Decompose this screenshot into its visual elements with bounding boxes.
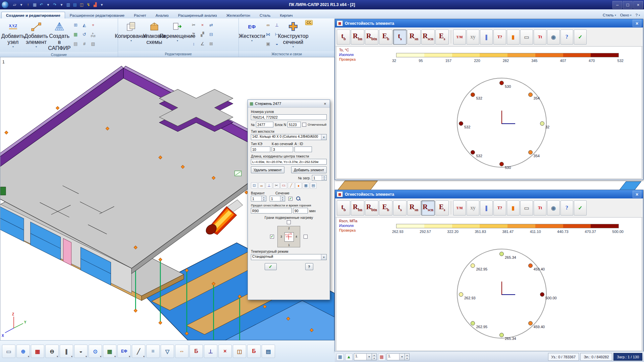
spinner-arrows[interactable]: ▴▾	[261, 196, 266, 201]
param-button[interactable]: Rbtn	[365, 29, 378, 45]
spin-button[interactable]: ⊙ ▾	[89, 345, 102, 358]
ribbon-tab[interactable]: Сталь	[255, 12, 275, 18]
snapshot-icon[interactable]: ◉	[547, 29, 560, 45]
hatch-icon[interactable]: ▧	[89, 39, 97, 48]
undo-icon[interactable]: ↶	[38, 1, 45, 8]
marquee-select-button[interactable]: ▭	[2, 345, 15, 358]
add-element-button[interactable]: Добавить элемент▾	[25, 20, 47, 49]
mesh-button[interactable]: ▦ ▾	[103, 345, 116, 358]
isolines-icon[interactable]: ∥	[480, 200, 493, 216]
load-num-stepper[interactable]: 1 ▴▾	[312, 175, 327, 181]
add-plate-icon[interactable]: +	[89, 20, 97, 29]
report-icon[interactable]: ▤	[310, 182, 317, 189]
face-right-checkbox[interactable]	[304, 235, 308, 239]
more-icon[interactable]: ▾	[99, 1, 105, 8]
fire-time-input[interactable]	[293, 208, 308, 214]
close-icon[interactable]: ×	[322, 101, 328, 106]
fire-window-titlebar[interactable]: ▦ Огнестойкость элемента ×	[335, 19, 643, 27]
menu-item[interactable]: Окно▾	[620, 13, 632, 17]
axes-gray-icon[interactable]: ху	[467, 200, 479, 216]
mirror-icon[interactable]: ▞	[198, 30, 207, 39]
fire-limit-input[interactable]	[251, 208, 292, 214]
param-button[interactable]: Rscn	[421, 29, 435, 45]
merge-icon[interactable]: ⊠	[207, 39, 215, 48]
variant-stepper[interactable]: 1 ▴▾	[251, 196, 266, 201]
titlebar[interactable]: ▱ ▾ ↑ ▦ ↶	[0, 0, 644, 9]
param-button[interactable]: ts	[393, 200, 407, 216]
load-case-icon[interactable]: ▦	[378, 353, 385, 361]
variant-combo-spinner[interactable]: ▴▾	[372, 353, 377, 360]
add-element-button[interactable]: Добавить элемент	[291, 166, 327, 173]
support-button[interactable]: ⊥	[204, 345, 217, 358]
delete-button[interactable]: ×	[218, 345, 232, 358]
grid-generate-icon[interactable]: #	[80, 39, 89, 48]
rebar-button[interactable]: Б	[247, 345, 261, 358]
chevron-down-icon[interactable]: ▾	[366, 354, 372, 360]
new-file-arrow-icon[interactable]: ▾	[18, 1, 24, 8]
param-button[interactable]: Rscn	[421, 200, 435, 216]
rotate-icon[interactable]: ↺	[80, 30, 89, 39]
add-node-button[interactable]: X,Y,Z Добавить узел▾	[2, 20, 24, 49]
redo-icon[interactable]: ↷	[52, 1, 58, 8]
magnifier-icon[interactable]	[296, 196, 301, 201]
surface-icon[interactable]: ◭	[80, 20, 89, 29]
layers-button[interactable]: ≡	[146, 345, 160, 358]
rotate-view-button[interactable]: ⊕ ▾	[16, 345, 30, 358]
snap-grid-button[interactable]: ▤	[262, 345, 275, 358]
fe-info-icon[interactable]: ⊡	[251, 182, 258, 189]
renumber-icon[interactable]: № 1,2..	[190, 30, 198, 39]
clip-button[interactable]: ◒ ▾	[74, 345, 88, 358]
ruler-icon[interactable]: ▭	[520, 29, 533, 45]
column-button[interactable]: ◫	[233, 345, 246, 358]
preset-icon[interactable]: ▣	[264, 39, 272, 48]
menu-item[interactable]: Стиль▾	[603, 13, 616, 17]
a-id-input[interactable]	[294, 146, 312, 152]
updown-icon[interactable]: ↕	[190, 39, 198, 48]
param-button[interactable]: ts	[393, 29, 407, 45]
param-button[interactable]: Eb	[379, 29, 392, 45]
ribbon-tab[interactable]: Создание и редактирование	[1, 12, 65, 18]
nodes-input[interactable]	[251, 114, 327, 120]
help-icon[interactable]: ?	[560, 29, 573, 45]
redo-arrow-icon[interactable]: ▾	[58, 1, 65, 8]
table-input-icon[interactable]: ▦	[71, 30, 80, 39]
z-function-icon[interactable]: z-(x,y)	[89, 30, 97, 39]
ribbon-tab[interactable]: Железобетон	[222, 12, 255, 18]
help-button[interactable]: ?	[305, 263, 313, 270]
rod-button[interactable]: Б	[190, 345, 203, 358]
move-element-button[interactable]: ⇔	[175, 345, 189, 358]
block-number-input[interactable]	[287, 122, 301, 127]
ribbon-tab[interactable]: Кирпич	[275, 12, 297, 18]
param-button[interactable]: tb	[337, 200, 350, 216]
isolines-icon[interactable]: ∥	[480, 29, 493, 45]
table-select-icon[interactable]: ▦	[336, 353, 344, 361]
ribbon-tab[interactable]: Расширенный анализ	[173, 12, 222, 18]
cc-icon[interactable]: CC	[305, 20, 313, 25]
apply-icon[interactable]: ✓	[574, 200, 587, 216]
show-all-icon[interactable]: ▲	[345, 353, 353, 361]
undo-arrow-icon[interactable]: ▾	[45, 1, 51, 8]
angle-icon[interactable]: ∠	[198, 39, 207, 48]
maximize-button[interactable]: □	[623, 1, 633, 9]
temp-mode-select[interactable]: Стандартный ▾	[251, 254, 327, 260]
param-button[interactable]: Eb	[379, 200, 392, 216]
menu-item[interactable]: ?▾	[636, 13, 640, 17]
package-icon[interactable]: ◫	[78, 1, 85, 8]
table-icon[interactable]: ▦	[303, 182, 309, 189]
create-in-sapfir-button[interactable]: Создать в САПФИР	[48, 20, 70, 52]
pencil-icon[interactable]: ╱	[288, 182, 294, 189]
temp-moment-icon[interactable]: Т/М	[453, 29, 466, 45]
temp-time-icon[interactable]: Тt	[534, 200, 546, 216]
stiffness-button[interactable]: ЕФ Жесткости▾	[241, 20, 263, 43]
chart-icon[interactable]: ▟	[92, 1, 98, 8]
t-question-icon[interactable]: Т?	[493, 200, 506, 216]
dz-grid-icon[interactable]: ▤	[71, 39, 80, 48]
param-button[interactable]: Rbn	[351, 200, 364, 216]
grid-flag-button[interactable]: ▦	[31, 345, 44, 358]
section-stepper[interactable]: 1 ▴▾	[270, 196, 285, 201]
close-button[interactable]: ×	[633, 1, 643, 9]
ruler-icon[interactable]: ▭	[520, 200, 533, 216]
polyline-button[interactable]: ╱ ▾	[132, 345, 145, 358]
close-icon[interactable]: ×	[633, 20, 641, 27]
chevron-down-icon[interactable]: ▾	[321, 134, 326, 140]
